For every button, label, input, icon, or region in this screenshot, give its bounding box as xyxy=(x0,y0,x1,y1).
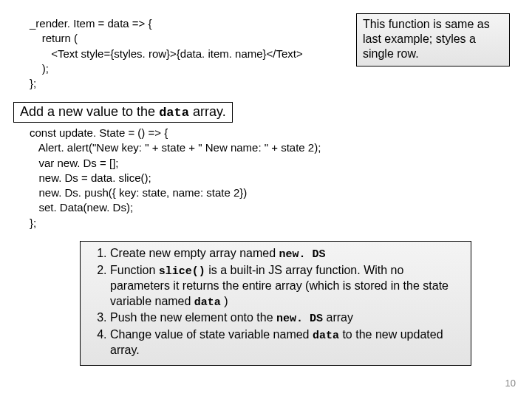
step-mono: data xyxy=(313,330,339,342)
page-number: 10 xyxy=(505,378,516,389)
step-text: array xyxy=(323,311,353,324)
step-text: Function xyxy=(110,264,159,276)
step-mono: data xyxy=(194,296,221,309)
step-4: Change value of state variable named dat… xyxy=(110,327,463,358)
code-block-update-state: const update. State = () => { Alert. ale… xyxy=(30,126,321,231)
code-block-render-item: _render. Item = data => { return ( <Text… xyxy=(30,16,303,91)
step-3: Push the new element onto the new. DS ar… xyxy=(110,310,463,327)
step-mono: new. DS xyxy=(279,248,326,261)
steps-callout: Create new empty array named new. DS Fun… xyxy=(80,241,471,366)
callout-text: This function is same as last example; s… xyxy=(363,18,490,60)
step-mono: slice() xyxy=(159,265,205,278)
heading-suffix: array. xyxy=(189,104,226,119)
heading-mono: data xyxy=(159,106,189,120)
step-text: Push the new element onto the xyxy=(110,311,276,324)
callout-function-note: This function is same as last example; s… xyxy=(356,13,510,66)
step-text: ) xyxy=(221,295,228,307)
steps-list: Create new empty array named new. DS Fun… xyxy=(91,246,463,358)
step-text: Change value of state variable named xyxy=(110,328,313,341)
heading-prefix: Add a new value to the xyxy=(20,104,159,119)
step-1: Create new empty array named new. DS xyxy=(110,246,463,262)
step-mono: new. DS xyxy=(276,313,323,325)
step-text: Create new empty array named xyxy=(110,247,279,259)
step-2: Function slice() is a built-in JS array … xyxy=(110,263,463,310)
heading-add-value: Add a new value to the data array. xyxy=(13,102,233,123)
